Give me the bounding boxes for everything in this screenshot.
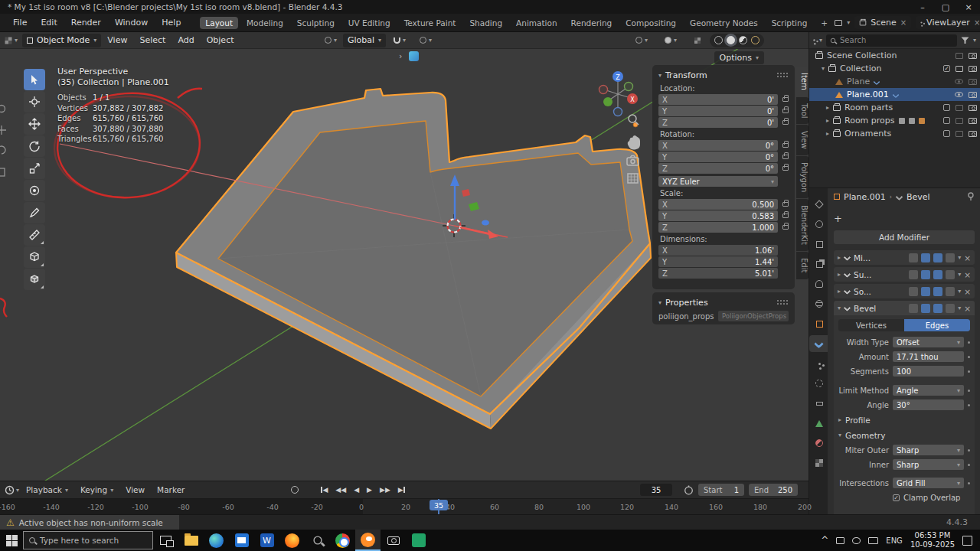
tool-extrude[interactable] bbox=[24, 269, 45, 290]
animate-dot[interactable] bbox=[968, 464, 970, 466]
location-x-field[interactable]: X0' bbox=[658, 94, 778, 105]
play-button[interactable]: ▶ bbox=[364, 485, 374, 494]
screen-icon[interactable] bbox=[835, 20, 842, 26]
collection-checkbox[interactable]: ✓ bbox=[943, 65, 950, 72]
dimension-y-field[interactable]: Y1.44' bbox=[658, 256, 778, 267]
sidebar-tab-view[interactable]: View bbox=[796, 125, 808, 155]
menu-add[interactable]: Add bbox=[172, 35, 200, 45]
intersections-dropdown[interactable]: Grid Fill▾ bbox=[893, 478, 964, 488]
toggle-render[interactable] bbox=[933, 304, 942, 313]
workspace-tab-compositing[interactable]: Compositing bbox=[620, 17, 681, 29]
tab-world[interactable] bbox=[811, 295, 828, 312]
outliner-search-input[interactable]: Search bbox=[826, 34, 957, 47]
rotation-mode-dropdown[interactable]: XYZ Euler▾ bbox=[658, 176, 778, 187]
maximize-button[interactable]: ▢ bbox=[934, 0, 957, 14]
tool-move[interactable] bbox=[24, 113, 45, 135]
amount-field[interactable]: 17.71 thou bbox=[893, 351, 964, 362]
sidebar-tab-item[interactable]: Item bbox=[796, 67, 808, 96]
frame-end-field[interactable]: End250 bbox=[749, 484, 798, 496]
transform-panel-header[interactable]: ▾ Transform bbox=[658, 68, 789, 82]
extras-dropdown-icon[interactable]: ▾ bbox=[958, 288, 961, 295]
current-frame-field[interactable]: 35 bbox=[640, 484, 672, 496]
workspace-tab-texture-paint[interactable]: Texture Paint bbox=[399, 17, 462, 29]
extras-dropdown-icon[interactable]: ▾ bbox=[958, 271, 961, 278]
menu-edit[interactable]: Edit bbox=[34, 18, 64, 28]
clamp-overlap-checkbox[interactable]: ✓ bbox=[893, 494, 900, 501]
lock-icon[interactable] bbox=[782, 225, 789, 230]
workspace-tab-uv-editing[interactable]: UV Editing bbox=[343, 17, 396, 29]
toggle-cage[interactable] bbox=[946, 304, 955, 313]
tray-expand-icon[interactable]: ^ bbox=[821, 535, 828, 546]
snap-toggle[interactable]: ▾ bbox=[394, 37, 406, 44]
workspace-tab-sculpting[interactable]: Sculpting bbox=[292, 17, 340, 29]
tab-tool[interactable] bbox=[811, 196, 828, 213]
edge-button[interactable] bbox=[204, 530, 229, 551]
menu-playback[interactable]: Playback▾ bbox=[21, 485, 74, 494]
drag-grip-icon[interactable] bbox=[776, 72, 789, 78]
hide-icon[interactable] bbox=[955, 79, 963, 84]
options-dropdown[interactable]: Options ▾ bbox=[714, 51, 764, 64]
menu-keying[interactable]: Keying▾ bbox=[75, 485, 119, 494]
menu-help[interactable]: Help bbox=[155, 18, 188, 28]
mesh-plane-001[interactable] bbox=[176, 89, 651, 429]
outliner-row-scene-collection[interactable]: Scene Collection bbox=[809, 49, 980, 62]
toggle-edit-mode[interactable] bbox=[909, 304, 918, 313]
sidebar-tab-blenderkit[interactable]: BlenderKit bbox=[796, 199, 808, 251]
menu-window[interactable]: Window bbox=[108, 18, 155, 28]
render-visibility-icon[interactable] bbox=[969, 79, 977, 85]
workspace-tab-layout[interactable]: Layout bbox=[200, 17, 238, 29]
hide-icon[interactable] bbox=[955, 92, 963, 97]
lock-icon[interactable] bbox=[782, 166, 789, 171]
breadcrumb-modifier[interactable]: Bevel bbox=[906, 192, 930, 202]
tool-settings-expand-icon[interactable]: › bbox=[399, 51, 402, 61]
battery-icon[interactable] bbox=[868, 537, 878, 544]
modifier-row-subdivision[interactable]: ▸ Su... ▾ × bbox=[834, 267, 975, 282]
menu-select[interactable]: Select bbox=[133, 35, 172, 45]
shading-wireframe-button[interactable] bbox=[714, 36, 723, 44]
expand-icon[interactable]: ▸ bbox=[838, 288, 841, 295]
screen-icon[interactable] bbox=[956, 118, 963, 124]
location-z-field[interactable]: Z0' bbox=[658, 117, 778, 128]
tab-modifiers[interactable] bbox=[809, 335, 828, 352]
disclosure-icon[interactable]: ▸ bbox=[826, 117, 829, 124]
close-button[interactable]: × bbox=[957, 0, 980, 14]
search-app-button[interactable] bbox=[305, 530, 330, 551]
axis-neg-x-ball[interactable] bbox=[599, 86, 608, 94]
toggle-render[interactable] bbox=[933, 270, 942, 279]
notes-app-button[interactable] bbox=[406, 530, 431, 551]
firefox-button[interactable] bbox=[279, 530, 305, 551]
outliner-row-ornaments[interactable]: ▸ Ornaments bbox=[809, 127, 980, 140]
workspace-tab-rendering[interactable]: Rendering bbox=[566, 17, 618, 29]
jump-to-end-button[interactable]: ▶ bbox=[396, 485, 407, 494]
toggle-cage[interactable] bbox=[946, 270, 955, 279]
tool-rotate[interactable] bbox=[24, 135, 45, 157]
dimension-x-field[interactable]: X1.06' bbox=[658, 245, 778, 256]
toggle-render[interactable] bbox=[933, 287, 942, 296]
render-visibility-icon[interactable] bbox=[969, 53, 977, 59]
add-modifier-button[interactable]: Add Modifier bbox=[834, 230, 975, 244]
outliner-row-room-props[interactable]: ▸ Room props bbox=[809, 114, 980, 127]
timeline-editor-icon[interactable] bbox=[5, 485, 15, 495]
plus-icon[interactable]: + bbox=[834, 213, 842, 224]
frame-start-field[interactable]: Start1 bbox=[698, 484, 744, 496]
next-keyframe-button[interactable]: ▶▶ bbox=[377, 485, 393, 494]
modifier-name[interactable]: Su... bbox=[854, 270, 906, 279]
jump-to-start-button[interactable]: ◀ bbox=[318, 485, 330, 494]
animate-dot[interactable] bbox=[968, 390, 970, 392]
tab-material[interactable] bbox=[811, 435, 828, 452]
segments-field[interactable]: 100 bbox=[893, 366, 964, 377]
tab-output[interactable] bbox=[811, 236, 828, 253]
disclosure-icon[interactable]: ▸ bbox=[826, 104, 829, 111]
sidebar-tab-edit[interactable]: Edit bbox=[796, 252, 808, 279]
geometry-section-header[interactable]: ▾ Geometry bbox=[838, 429, 970, 442]
extras-dropdown-icon[interactable]: ▾ bbox=[958, 305, 961, 311]
add-workspace-button[interactable]: + bbox=[815, 17, 833, 29]
mode-dropdown[interactable]: Object Mode ▾ bbox=[22, 34, 101, 47]
angle-field[interactable]: 30° bbox=[893, 399, 964, 410]
tab-texture[interactable] bbox=[811, 455, 828, 471]
lock-icon[interactable] bbox=[782, 143, 789, 148]
scale-z-field[interactable]: Z1.000 bbox=[658, 222, 778, 233]
modifier-row-mirror[interactable]: ▸ Mi... ▾ × bbox=[834, 250, 975, 265]
screenshot-tool-button[interactable] bbox=[381, 530, 406, 551]
toggle-cage[interactable] bbox=[946, 253, 955, 262]
